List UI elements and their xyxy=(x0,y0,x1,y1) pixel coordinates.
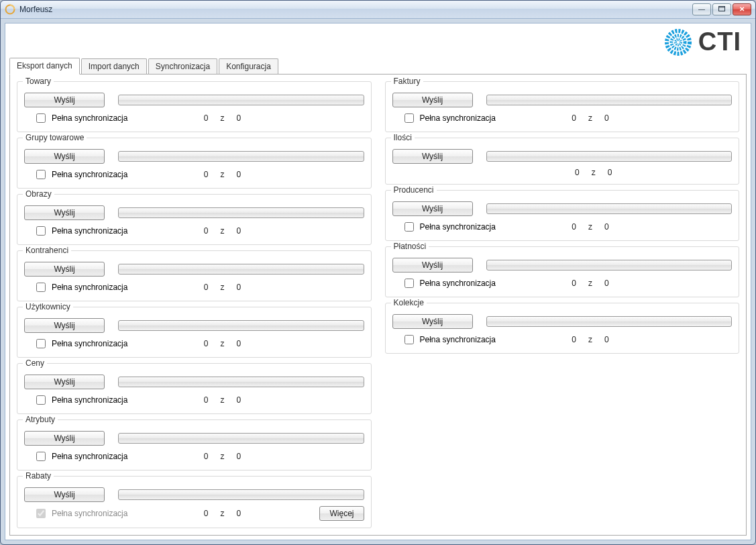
full-sync-label: Pełna synchronizacja xyxy=(52,226,127,236)
send-button-uzytkownicy[interactable]: Wyślij xyxy=(24,318,105,333)
progress-producenci xyxy=(486,203,733,214)
send-button-obrazy[interactable]: Wyślij xyxy=(24,205,105,220)
send-button-ilosci[interactable]: Wyślij xyxy=(392,149,473,164)
tab-eksport-danych: TowaryWyślijPełna synchronizacja0z0Grupy… xyxy=(9,74,747,536)
counter-of: z xyxy=(588,335,592,344)
progress-atrybuty xyxy=(118,433,364,444)
full-sync-checkbox-uzytkownicy[interactable]: Pełna synchronizacja xyxy=(34,337,127,350)
counter-total: 0 xyxy=(236,509,241,518)
full-sync-label: Pełna synchronizacja xyxy=(52,113,127,123)
progress-towary xyxy=(118,95,364,105)
counter-done: 0 xyxy=(204,226,209,236)
full-sync-checkbox-faktury[interactable]: Pełna synchronizacja xyxy=(402,111,496,125)
logo-text: CTI xyxy=(698,28,741,56)
maximize-button[interactable] xyxy=(712,3,731,15)
send-button-kontrahenci[interactable]: Wyślij xyxy=(24,262,105,277)
counter-done: 0 xyxy=(572,113,576,123)
group-grupy-towarowe: Grupy towaroweWyślijPełna synchronizacja… xyxy=(17,138,372,189)
full-sync-checkbox-atrybuty[interactable]: Pełna synchronizacja xyxy=(34,450,127,463)
send-button-towary[interactable]: Wyślij xyxy=(24,93,105,107)
counter-kontrahenci: 0z0 xyxy=(127,283,317,292)
tab-konfiguracja[interactable]: Konfiguracja xyxy=(219,58,278,75)
counter-of: z xyxy=(220,509,224,518)
full-sync-checkbox-ceny[interactable]: Pełna synchronizacja xyxy=(34,393,127,407)
send-button-grupy-towarowe[interactable]: Wyślij xyxy=(24,149,105,164)
svg-point-4 xyxy=(671,36,685,49)
full-sync-label: Pełna synchronizacja xyxy=(420,279,496,288)
group-title: Atrybuty xyxy=(23,415,58,424)
full-sync-checkbox-rabaty[interactable]: Pełna synchronizacja xyxy=(34,507,127,520)
close-icon: ✕ xyxy=(739,6,745,13)
group-towary: TowaryWyślijPełna synchronizacja0z0 xyxy=(17,81,372,132)
progress-kontrahenci xyxy=(118,264,364,275)
group-producenci: ProducenciWyślijPełna synchronizacja0z0 xyxy=(385,190,740,241)
group-patnosci: PłatnościWyślijPełna synchronizacja0z0 xyxy=(385,246,740,297)
send-button-kolekcje[interactable]: Wyślij xyxy=(392,314,473,329)
send-button-faktury[interactable]: Wyślij xyxy=(392,93,473,107)
logo: CTI xyxy=(665,28,741,56)
counter-total: 0 xyxy=(236,395,241,405)
more-button-rabaty[interactable]: Więcej xyxy=(319,506,364,521)
counter-total: 0 xyxy=(236,283,241,292)
full-sync-checkbox-grupy-towarowe[interactable]: Pełna synchronizacja xyxy=(34,168,127,181)
group-title: Kolekcje xyxy=(391,298,427,307)
counter-total: 0 xyxy=(236,170,241,179)
counter-done: 0 xyxy=(204,395,209,405)
counter-total: 0 xyxy=(236,113,241,123)
group-rabaty: RabatyWyślijPełna synchronizacja0z0Więce… xyxy=(17,476,372,528)
full-sync-checkbox-patnosci[interactable]: Pełna synchronizacja xyxy=(402,277,496,290)
counter-uzytkownicy: 0z0 xyxy=(127,339,317,348)
maximize-icon xyxy=(718,6,725,13)
full-sync-checkbox-towary[interactable]: Pełna synchronizacja xyxy=(34,111,127,125)
group-title: Rabaty xyxy=(23,471,54,481)
full-sync-checkbox-producenci[interactable]: Pełna synchronizacja xyxy=(402,220,496,234)
progress-uzytkownicy xyxy=(118,320,364,331)
counter-of: z xyxy=(220,395,224,405)
counter-done: 0 xyxy=(204,452,209,461)
close-button[interactable]: ✕ xyxy=(733,3,751,15)
full-sync-checkbox-kontrahenci[interactable]: Pełna synchronizacja xyxy=(34,281,127,294)
tabstrip: Eksport danychImport danychSynchronizacj… xyxy=(9,58,747,75)
minimize-button[interactable]: — xyxy=(692,3,711,15)
counter-done: 0 xyxy=(204,170,209,179)
send-button-rabaty[interactable]: Wyślij xyxy=(24,487,105,502)
full-sync-label: Pełna synchronizacja xyxy=(420,113,496,123)
counter-done: 0 xyxy=(204,509,209,518)
group-title: Płatności xyxy=(391,242,429,251)
send-button-patnosci[interactable]: Wyślij xyxy=(392,258,473,272)
counter-total: 0 xyxy=(604,335,609,344)
progress-ilosci xyxy=(486,151,733,162)
counter-of: z xyxy=(220,339,224,348)
progress-patnosci xyxy=(486,260,733,270)
group-title: Faktury xyxy=(391,77,423,86)
svg-point-5 xyxy=(676,40,681,45)
full-sync-checkbox-obrazy[interactable]: Pełna synchronizacja xyxy=(34,224,127,238)
progress-faktury xyxy=(486,95,733,105)
counter-faktury: 0z0 xyxy=(496,113,685,123)
counter-done: 0 xyxy=(204,283,209,292)
send-button-atrybuty[interactable]: Wyślij xyxy=(24,431,105,446)
counter-of: z xyxy=(220,283,224,292)
counter-producenci: 0z0 xyxy=(496,222,685,232)
group-title: Ceny xyxy=(23,358,47,368)
counter-ilosci: 0z0 xyxy=(502,168,686,177)
tab-synchronizacja[interactable]: Synchronizacja xyxy=(148,58,217,75)
send-button-producenci[interactable]: Wyślij xyxy=(392,201,473,216)
full-sync-checkbox-kolekcje[interactable]: Pełna synchronizacja xyxy=(402,333,496,346)
counter-patnosci: 0z0 xyxy=(496,279,685,288)
full-sync-label: Pełna synchronizacja xyxy=(420,335,496,344)
counter-atrybuty: 0z0 xyxy=(127,452,317,461)
counter-grupy-towarowe: 0z0 xyxy=(127,170,317,179)
group-ilosci: IlościWyślij 0z0 xyxy=(385,138,740,185)
counter-total: 0 xyxy=(604,113,609,123)
counter-done: 0 xyxy=(204,339,209,348)
tab-eksport-danych[interactable]: Eksport danych xyxy=(9,58,80,75)
full-sync-label: Pełna synchronizacja xyxy=(420,222,496,232)
titlebar[interactable]: Morfeusz — ✕ xyxy=(1,1,755,19)
send-button-ceny[interactable]: Wyślij xyxy=(24,375,105,389)
progress-rabaty xyxy=(118,489,364,500)
group-obrazy: ObrazyWyślijPełna synchronizacja0z0 xyxy=(17,194,372,245)
tab-import-danych[interactable]: Import danych xyxy=(81,58,147,75)
full-sync-label: Pełna synchronizacja xyxy=(52,452,127,461)
counter-ceny: 0z0 xyxy=(127,395,317,405)
